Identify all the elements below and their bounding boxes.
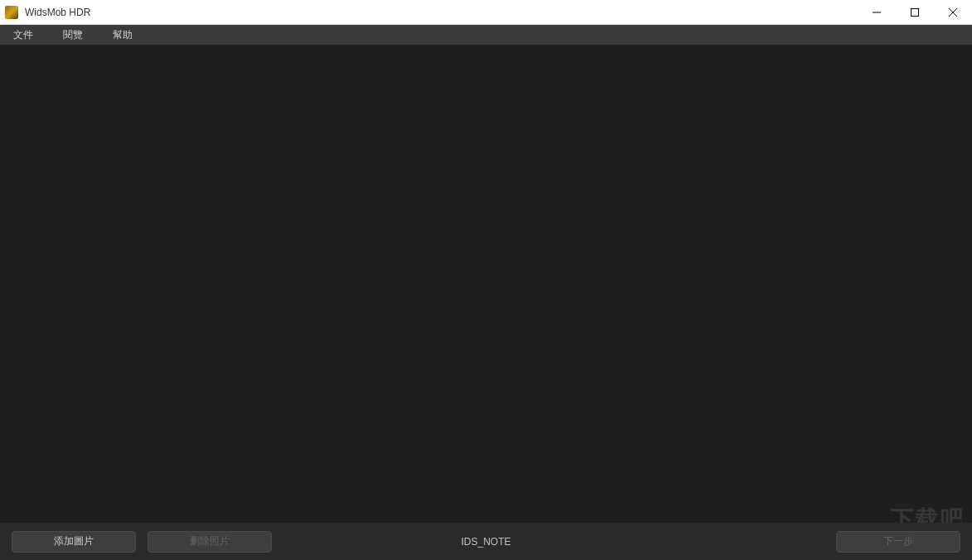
- bottom-bar: 添加圖片 删除照片 IDS_NOTE 下一步: [0, 523, 972, 560]
- minimize-button[interactable]: [858, 0, 896, 24]
- menubar: 文件 閱覽 幫助: [0, 25, 972, 45]
- minimize-icon: [873, 8, 881, 17]
- maximize-button[interactable]: [896, 0, 934, 24]
- app-icon: [5, 6, 18, 19]
- titlebar-left: WidsMob HDR: [0, 6, 90, 19]
- maximize-icon: [911, 8, 919, 17]
- note-label: IDS_NOTE: [461, 536, 510, 548]
- next-button[interactable]: 下一步: [836, 531, 960, 553]
- app-title: WidsMob HDR: [25, 7, 90, 18]
- menu-file[interactable]: 文件: [10, 27, 36, 44]
- menu-view[interactable]: 閱覽: [60, 27, 86, 44]
- delete-image-button[interactable]: 删除照片: [147, 531, 272, 553]
- close-icon: [949, 8, 957, 17]
- menu-help[interactable]: 幫助: [109, 27, 136, 44]
- close-button[interactable]: [934, 0, 972, 24]
- svg-rect-1: [912, 8, 919, 16]
- add-image-button[interactable]: 添加圖片: [12, 531, 136, 553]
- content-area: [0, 45, 972, 523]
- titlebar: WidsMob HDR: [0, 0, 972, 25]
- window-controls: [858, 0, 972, 24]
